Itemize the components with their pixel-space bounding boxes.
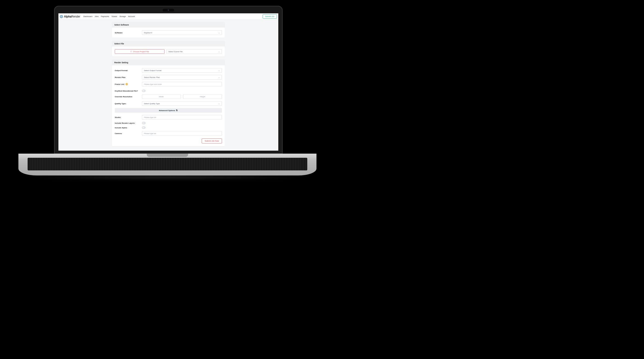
camera-icon [162,9,174,12]
quality-type-select[interactable]: Select Quality Type ⌄ [142,101,222,106]
quality-type-placeholder: Select Quality Type [144,102,160,105]
section-title-file: Select File [112,41,225,46]
scene-file-placeholder: Select Scene File [168,50,182,53]
sort-icon: ⇅ [176,109,178,112]
chevron-down-icon: ⌄ [218,102,220,105]
aperture-icon [60,15,63,18]
keyboard-icon [28,158,307,170]
nav-tickets[interactable]: Tickets [111,16,117,18]
label-studio: Studio: [115,116,140,118]
advanced-options-toggle[interactable]: Advanced Options ⇅ [115,108,222,113]
label-override-res: Override Resolution [115,96,140,98]
label-edu-file: KeyShot Educational File? [115,90,140,92]
card-select-file: Select File ⇪ Choose Project File Select… [112,41,225,56]
brand-text: AlphaRender [64,15,80,18]
nav-links: Dashboard Jobs Payments Tickets Storage … [84,16,135,18]
output-format-placeholder: Select Output Format [144,70,162,72]
chevron-down-icon: ⌄ [218,76,220,78]
upload-icon: ⇪ [130,50,132,53]
card-render-setting: Render Setting Output Format Select Outp… [112,60,225,146]
label-quality-type: Quality Type: [115,102,140,105]
laptop-base [18,154,316,176]
label-render-plan: Render Plan [115,76,140,78]
camera-input[interactable]: Please type an [142,131,222,136]
render-plan-placeholder: Select Render Plan [144,76,160,78]
output-format-select[interactable]: Select Output Format ⌄ [142,68,222,73]
card-select-software: Select Software Software Keyshot 9 ⌄ [112,22,225,38]
chevron-down-icon: ⌄ [218,70,220,72]
label-camera: Camera: [115,132,140,134]
studio-input[interactable]: Please type an [142,115,222,120]
submit-job-button[interactable]: Submit Job [263,14,277,19]
choose-project-file-button[interactable]: ⇪ Choose Project File [115,49,164,54]
include-layers-toggle[interactable] [142,122,146,124]
screen: AlphaRender Dashboard Jobs Payments Tick… [58,13,278,151]
top-nav: AlphaRender Dashboard Jobs Payments Tick… [58,13,278,20]
nav-account[interactable]: Account [128,16,135,18]
label-output-format: Output Format [115,70,140,72]
chevron-down-icon: ⌄ [218,50,220,53]
shadow [18,174,316,180]
nav-payments[interactable]: Payments [101,16,109,18]
scene-file-select[interactable]: Select Scene File ⌄ [166,49,222,54]
advanced-options-label: Advanced Options [159,110,175,112]
label-include-alpha: Include Alpha: [115,127,140,129]
choose-file-label: Choose Project File [133,50,149,53]
width-input[interactable]: Width [142,94,181,99]
section-title-render: Render Setting [112,60,225,65]
nav-jobs[interactable]: Jobs [95,16,99,18]
nav-storage[interactable]: Storage [119,16,126,18]
software-value: Keyshot 9 [144,32,152,34]
label-include-layers: Include Render Layers: [115,122,140,124]
section-title-software: Select Software [112,22,225,28]
height-input[interactable]: Height [183,94,222,99]
render-plan-select[interactable]: Select Render Plan ⌄ [142,75,222,80]
label-software: Software [115,32,140,34]
help-icon[interactable]: ? [126,83,128,85]
software-select[interactable]: Keyshot 9 ⌄ [142,30,222,35]
edu-file-toggle[interactable] [142,90,146,92]
chevron-down-icon: ⌄ [218,32,220,34]
brand-logo[interactable]: AlphaRender [60,15,80,18]
label-frame-list: Frame List: ? [115,83,140,85]
nav-dashboard[interactable]: Dashboard [84,16,92,18]
laptop-frame: AlphaRender Dashboard Jobs Payments Tick… [54,6,283,154]
app-root: AlphaRender Dashboard Jobs Payments Tick… [58,13,278,151]
page-body: Select Software Software Keyshot 9 ⌄ [58,20,278,151]
include-alpha-toggle[interactable] [142,126,146,129]
submit-job-now-button[interactable]: Submit Job Now [202,138,222,144]
frame-list-input[interactable]: Please type and enter [142,82,222,86]
